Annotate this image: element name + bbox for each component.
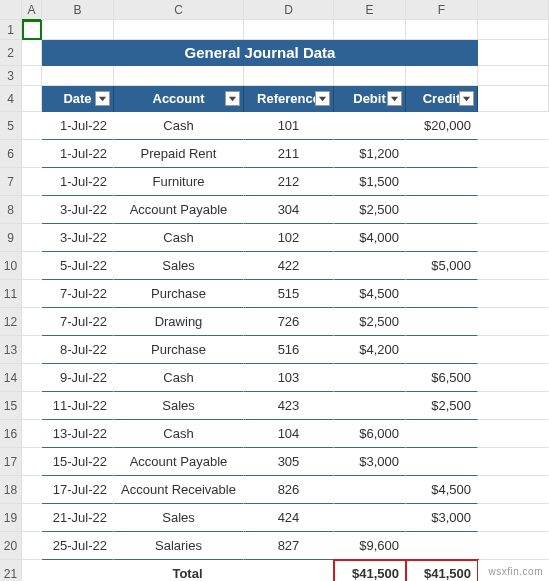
col-credit-header[interactable]: Credit [406, 86, 478, 112]
cell-ref[interactable]: 726 [244, 308, 334, 336]
row-header-18[interactable]: 18 [0, 476, 22, 504]
cell-debit[interactable]: $4,500 [334, 280, 406, 308]
cell-blank[interactable] [334, 66, 406, 86]
cell-ref[interactable]: 826 [244, 476, 334, 504]
row-header-3[interactable]: 3 [0, 66, 22, 86]
cell-date[interactable]: 17-Jul-22 [42, 476, 114, 504]
corner-cell[interactable] [0, 0, 22, 20]
col-header-A[interactable]: A [22, 0, 42, 20]
cell-A15[interactable] [22, 392, 42, 420]
cell-account[interactable]: Sales [114, 504, 244, 532]
cell-G9[interactable] [478, 224, 549, 252]
cell-date[interactable]: 9-Jul-22 [42, 364, 114, 392]
cell-debit[interactable]: $1,500 [334, 168, 406, 196]
cell-debit[interactable] [334, 392, 406, 420]
cell-G19[interactable] [478, 504, 549, 532]
cell-date[interactable]: 8-Jul-22 [42, 336, 114, 364]
cell-G7[interactable] [478, 168, 549, 196]
row-header-14[interactable]: 14 [0, 364, 22, 392]
cell-G11[interactable] [478, 280, 549, 308]
cell-ref[interactable]: 101 [244, 112, 334, 140]
cell-ref[interactable]: 211 [244, 140, 334, 168]
cell-G14[interactable] [478, 364, 549, 392]
cell-debit[interactable]: $9,600 [334, 532, 406, 560]
cell-A5[interactable] [22, 112, 42, 140]
cell-blank[interactable] [42, 20, 114, 40]
cell-A9[interactable] [22, 224, 42, 252]
cell-ref[interactable]: 422 [244, 252, 334, 280]
col-header-B[interactable]: B [42, 0, 114, 20]
cell-debit[interactable] [334, 364, 406, 392]
cell-G10[interactable] [478, 252, 549, 280]
cell-ref[interactable]: 424 [244, 504, 334, 532]
cell-date[interactable]: 21-Jul-22 [42, 504, 114, 532]
cell-A8[interactable] [22, 196, 42, 224]
cell-A4[interactable] [22, 86, 42, 112]
cell-account[interactable]: Account Receivable [114, 476, 244, 504]
cell-debit[interactable]: $2,500 [334, 308, 406, 336]
cell-ref[interactable]: 516 [244, 336, 334, 364]
row-header-16[interactable]: 16 [0, 420, 22, 448]
row-header-19[interactable]: 19 [0, 504, 22, 532]
cell-debit[interactable]: $1,200 [334, 140, 406, 168]
cell-ref[interactable]: 304 [244, 196, 334, 224]
cell-account[interactable]: Cash [114, 224, 244, 252]
cell-blank[interactable] [406, 66, 478, 86]
col-ref-header[interactable]: Reference [244, 86, 334, 112]
cell-date[interactable]: 3-Jul-22 [42, 224, 114, 252]
cell-credit[interactable] [406, 420, 478, 448]
cell-credit[interactable] [406, 196, 478, 224]
cell-ref[interactable]: 515 [244, 280, 334, 308]
cell-credit[interactable] [406, 140, 478, 168]
cell-date[interactable]: 15-Jul-22 [42, 448, 114, 476]
cell-credit[interactable] [406, 224, 478, 252]
cell-account[interactable]: Drawing [114, 308, 244, 336]
cell-ref[interactable]: 103 [244, 364, 334, 392]
cell-account[interactable]: Prepaid Rent [114, 140, 244, 168]
cell-ref[interactable]: 104 [244, 420, 334, 448]
cell-A14[interactable] [22, 364, 42, 392]
cell-credit[interactable] [406, 336, 478, 364]
cell-ref[interactable]: 102 [244, 224, 334, 252]
cell-credit[interactable]: $2,500 [406, 392, 478, 420]
row-header-10[interactable]: 10 [0, 252, 22, 280]
cell-blank[interactable] [22, 66, 42, 86]
cell-credit[interactable] [406, 532, 478, 560]
cell-debit[interactable] [334, 112, 406, 140]
cell-debit[interactable]: $4,200 [334, 336, 406, 364]
cell-credit[interactable]: $3,000 [406, 504, 478, 532]
cell-credit[interactable]: $20,000 [406, 112, 478, 140]
cell-A16[interactable] [22, 420, 42, 448]
cell-credit[interactable] [406, 280, 478, 308]
cell-G15[interactable] [478, 392, 549, 420]
cell-G17[interactable] [478, 448, 549, 476]
filter-dropdown-icon[interactable] [387, 91, 402, 106]
cell-date[interactable]: 25-Jul-22 [42, 532, 114, 560]
cell-A17[interactable] [22, 448, 42, 476]
cell-account[interactable]: Cash [114, 364, 244, 392]
row-header-5[interactable]: 5 [0, 112, 22, 140]
col-account-header[interactable]: Account [114, 86, 244, 112]
row-header-12[interactable]: 12 [0, 308, 22, 336]
cell-blank[interactable] [114, 20, 244, 40]
cell-G16[interactable] [478, 420, 549, 448]
cell-A13[interactable] [22, 336, 42, 364]
cell-ref[interactable]: 423 [244, 392, 334, 420]
cell-G18[interactable] [478, 476, 549, 504]
cell-date[interactable]: 3-Jul-22 [42, 196, 114, 224]
row-header-9[interactable]: 9 [0, 224, 22, 252]
row-header-17[interactable]: 17 [0, 448, 22, 476]
col-header-F[interactable]: F [406, 0, 478, 20]
cell-debit[interactable]: $6,000 [334, 420, 406, 448]
cell-blank[interactable] [478, 20, 549, 40]
row-header-1[interactable]: 1 [0, 20, 22, 40]
row-header-13[interactable]: 13 [0, 336, 22, 364]
cell-debit[interactable]: $4,000 [334, 224, 406, 252]
cell-account[interactable]: Cash [114, 420, 244, 448]
cell-G5[interactable] [478, 112, 549, 140]
cell-ref[interactable]: 827 [244, 532, 334, 560]
cell-blank[interactable] [244, 20, 334, 40]
cell-debit[interactable] [334, 504, 406, 532]
cell-credit[interactable]: $6,500 [406, 364, 478, 392]
row-header-21[interactable]: 21 [0, 560, 22, 581]
